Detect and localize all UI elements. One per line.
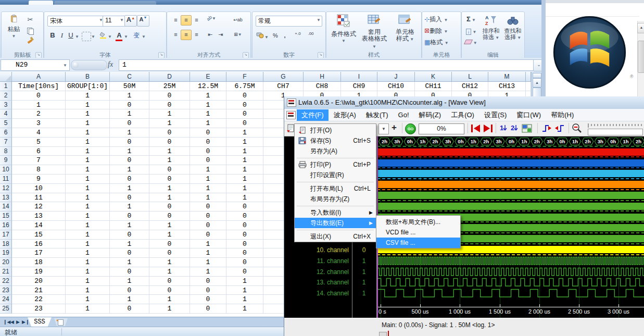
italic-button[interactable]: I: [57, 31, 67, 42]
channel-label[interactable]: 11. channel: [284, 257, 349, 265]
insert-cells-button[interactable]: ⊹插入 ▼: [424, 15, 459, 25]
cell[interactable]: 1: [190, 240, 226, 249]
cell[interactable]: 0: [226, 258, 263, 267]
cell[interactable]: 0: [190, 138, 226, 147]
cell[interactable]: 0: [149, 277, 190, 286]
cell[interactable]: 19: [12, 267, 66, 277]
cell[interactable]: 1: [66, 184, 110, 193]
cell[interactable]: 0: [110, 138, 149, 147]
cell[interactable]: 0: [110, 175, 149, 184]
cell[interactable]: 1: [110, 165, 149, 175]
cell[interactable]: 1: [190, 109, 226, 119]
cell[interactable]: 0: [149, 211, 190, 221]
col-header[interactable]: H: [304, 72, 341, 82]
row-header[interactable]: 2: [0, 91, 12, 101]
row-header[interactable]: 21: [0, 267, 12, 277]
row-header[interactable]: 5: [0, 119, 12, 128]
row-header[interactable]: 16: [0, 221, 12, 230]
cell[interactable]: 1: [149, 295, 190, 304]
cell[interactable]: 10: [12, 184, 66, 193]
cell[interactable]: 20: [12, 277, 66, 286]
cell[interactable]: 0: [149, 175, 190, 184]
cell[interactable]: 0: [226, 267, 263, 277]
cell[interactable]: 0: [226, 230, 263, 240]
cell[interactable]: GROUP[1:0]: [66, 82, 110, 91]
cell[interactable]: 9: [12, 175, 66, 184]
col-header[interactable]: F: [226, 72, 263, 82]
row-header[interactable]: 19: [0, 248, 12, 258]
cell[interactable]: 1: [110, 240, 149, 249]
formula-bar-splitter[interactable]: [71, 60, 107, 70]
cell[interactable]: 0: [149, 138, 190, 147]
col-header[interactable]: G: [263, 72, 304, 82]
row-header[interactable]: 4: [0, 109, 12, 119]
cell[interactable]: 1: [66, 165, 110, 175]
cell[interactable]: CH11: [415, 82, 452, 91]
last-sheet-button[interactable]: ▶❙: [22, 319, 29, 325]
cell[interactable]: 8: [12, 165, 66, 175]
channel-label[interactable]: 14. channel: [284, 290, 349, 297]
jump-start-icon[interactable]: [471, 124, 481, 133]
cell[interactable]: 13: [12, 211, 66, 221]
sort-filter-button[interactable]: A Z 排序和筛选 ▼: [479, 14, 502, 53]
prev-edge-icon[interactable]: [541, 123, 552, 133]
cell[interactable]: 1: [66, 156, 110, 165]
scroll-up-button[interactable]: ▲: [533, 78, 541, 88]
col-header[interactable]: B: [66, 72, 110, 82]
cell[interactable]: 1: [66, 240, 110, 249]
cell[interactable]: 23: [12, 304, 66, 314]
cell[interactable]: 1: [226, 147, 263, 156]
cell[interactable]: 1: [149, 304, 190, 314]
cell[interactable]: 1: [66, 119, 110, 128]
conditional-formatting-button[interactable]: 条件格式 ▼: [329, 14, 359, 53]
menu-2[interactable]: 波形(A): [329, 109, 361, 121]
cell[interactable]: 0: [190, 277, 226, 286]
cell[interactable]: 1: [226, 277, 263, 286]
orientation-button[interactable]: ab▼: [205, 15, 218, 26]
insert-sheet-button[interactable]: ✶: [54, 318, 68, 326]
cell[interactable]: 1: [149, 230, 190, 240]
scrollbar-split-box[interactable]: [533, 73, 541, 78]
cell[interactable]: 0: [110, 119, 149, 128]
channel-label[interactable]: 10. channel: [284, 246, 349, 254]
accounting-format-button[interactable]: ▼: [256, 31, 269, 41]
cell[interactable]: 1: [110, 109, 149, 119]
cell[interactable]: 1: [149, 184, 190, 193]
first-sheet-button[interactable]: ❙◀: [3, 319, 10, 325]
cell[interactable]: 1: [110, 91, 149, 101]
cell[interactable]: 0: [190, 286, 226, 295]
file-menu-item-2[interactable]: 保存(S)Ctrl+S: [295, 135, 376, 146]
cell[interactable]: 1: [110, 128, 149, 138]
export-submenu-item-1[interactable]: 数据+布局文件(B)...: [376, 217, 460, 227]
cell[interactable]: 1: [66, 211, 110, 221]
cell[interactable]: 1: [190, 119, 226, 128]
cell[interactable]: 1: [66, 248, 110, 258]
cell[interactable]: 1: [190, 258, 226, 267]
cell[interactable]: 21: [12, 286, 66, 295]
ribbon-tab[interactable]: [54, 1, 156, 5]
cell[interactable]: 22: [12, 295, 66, 304]
cell[interactable]: 0: [190, 128, 226, 138]
cell[interactable]: 0: [149, 165, 190, 175]
cell[interactable]: 1: [110, 277, 149, 286]
number-format-select[interactable]: 常规▼: [256, 16, 322, 27]
row-header[interactable]: 13: [0, 193, 12, 203]
cell[interactable]: 1: [66, 147, 110, 156]
menu-5[interactable]: 解码(Z): [414, 109, 446, 121]
col-header[interactable]: L: [452, 72, 488, 82]
cell[interactable]: 1: [226, 138, 263, 147]
file-menu-item-11[interactable]: 导入数据(I)▶: [295, 207, 376, 218]
cell[interactable]: 1: [226, 156, 263, 165]
cell[interactable]: 5: [12, 138, 66, 147]
cell[interactable]: 1: [110, 184, 149, 193]
cell[interactable]: Time[10ns]: [12, 82, 66, 91]
font-size-select[interactable]: 11▼: [103, 16, 125, 27]
cell[interactable]: 1: [226, 286, 263, 295]
cell[interactable]: 0: [190, 304, 226, 314]
cell[interactable]: 1: [66, 202, 110, 211]
cell[interactable]: 1: [110, 221, 149, 230]
file-menu-item-12[interactable]: 导出数据(E)▶: [295, 218, 376, 228]
cell[interactable]: 1: [66, 267, 110, 277]
row-header[interactable]: 6: [0, 128, 12, 138]
paste-button[interactable]: 粘贴 ▼: [4, 14, 23, 48]
